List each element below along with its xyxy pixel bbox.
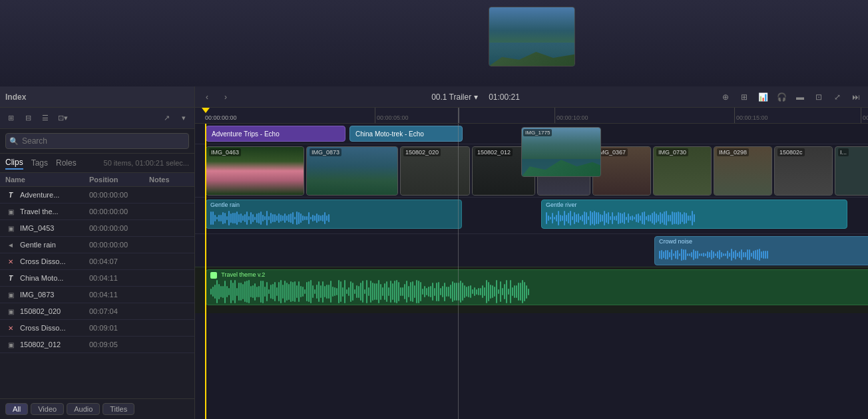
icon-column-view[interactable]: ☰	[39, 112, 52, 125]
video-clip-150802020[interactable]: 150802_020	[400, 146, 470, 196]
wave-bar	[262, 215, 264, 222]
icon-layout-options[interactable]: ⊡▾	[56, 112, 69, 125]
list-item[interactable]: ▣ Travel the... 00:00:00:00	[0, 204, 194, 220]
wave-bar	[679, 253, 680, 255]
music-wave-bar	[312, 285, 314, 298]
list-item[interactable]: ▣ IMG_0453 00:00:00:00	[0, 220, 194, 237]
tab-tags[interactable]: Tags	[31, 157, 48, 169]
video-clip-i[interactable]: I...	[835, 146, 868, 196]
clip-position: 00:00:00:00	[89, 208, 149, 215]
nav-right-icon[interactable]: ›	[219, 90, 232, 104]
music-wave-bar	[506, 280, 507, 303]
video-clip-img0367[interactable]: IMG_0367	[592, 146, 651, 196]
list-item[interactable]: ◄ Gentle rain 00:00:00:00	[0, 237, 194, 253]
wave-bar	[689, 253, 690, 257]
list-item[interactable]: ▣ IMG_0873 00:04:11	[0, 287, 194, 303]
icon-grid-view[interactable]: ⊟	[21, 112, 35, 125]
add-clip-icon[interactable]: ⊕	[719, 90, 732, 104]
wave-bar	[220, 215, 222, 221]
music-wave-bar	[304, 289, 306, 294]
filter-audio[interactable]: Audio	[67, 403, 100, 415]
tab-clips[interactable]: Clips	[5, 156, 23, 170]
wave-bar	[550, 217, 551, 219]
search-input[interactable]	[5, 133, 189, 149]
wave-bar	[661, 250, 662, 259]
wave-bar	[677, 250, 678, 259]
music-wave-bar	[498, 289, 499, 294]
music-wave-bar	[316, 285, 318, 299]
clip-appear-icon[interactable]: ▬	[793, 90, 807, 104]
wave-bar	[747, 249, 748, 260]
trim-icon[interactable]: ⊞	[738, 90, 751, 104]
wave-bar	[671, 249, 672, 259]
audio-clip-gentle-river[interactable]: Gentle river	[541, 200, 847, 229]
list-item[interactable]: ▣ 150802_020 00:07:04	[0, 303, 194, 320]
audio-label: Gentle rain	[210, 202, 457, 208]
title-clip-label: Adventure Trips - Echo	[212, 130, 280, 138]
music-wave-bar	[350, 281, 351, 302]
music-wave-bar	[342, 287, 343, 297]
music-wave-bar	[348, 287, 349, 296]
video-clip-img0298[interactable]: IMG_0298	[714, 146, 772, 196]
list-item[interactable]: ▣ 150802_012 00:09:05	[0, 337, 194, 353]
list-item[interactable]: ✕ Cross Disso... 00:04:07	[0, 253, 194, 270]
wave-bar	[598, 212, 599, 223]
music-wave-bar	[522, 280, 523, 303]
icon-select[interactable]: ↗	[160, 112, 173, 125]
wave-bar	[286, 215, 288, 220]
list-item[interactable]: T Adventure... 00:00:00:00	[0, 187, 194, 204]
wave-bar	[685, 249, 686, 260]
icon-more[interactable]: ▾	[177, 112, 190, 125]
video-clip-img0873[interactable]: IMG_0873	[306, 146, 398, 196]
audio-meter-icon[interactable]: 📊	[756, 90, 769, 104]
filter-titles[interactable]: Titles	[103, 403, 134, 415]
music-wave-bar	[336, 288, 337, 295]
music-wave-bar	[270, 285, 272, 299]
skip-end-icon[interactable]: ⏭	[849, 90, 863, 104]
music-wave-bar	[370, 281, 371, 302]
wave-bar	[713, 251, 714, 258]
clip-name: Cross Disso...	[20, 324, 89, 332]
list-item[interactable]: ✕ Cross Disso... 00:09:01	[0, 320, 194, 337]
preview-area	[0, 0, 868, 86]
wave-bar	[604, 211, 605, 225]
filter-video[interactable]: Video	[31, 403, 64, 415]
list-item[interactable]: T China Moto... 00:04:11	[0, 270, 194, 287]
music-wave-bar	[490, 285, 491, 299]
music-wave-bar	[414, 285, 415, 298]
timeline-title-dropdown[interactable]: ▾	[474, 92, 478, 102]
icon-list-view[interactable]: ⊞	[4, 112, 17, 125]
video-clip-img0730[interactable]: IMG_0730	[653, 146, 712, 196]
wave-bar	[682, 214, 683, 223]
monitor-icon[interactable]: ⊡	[812, 90, 825, 104]
yellow-playhead	[205, 124, 206, 419]
music-label: Travel theme v.2	[210, 271, 868, 279]
music-wave-bar	[510, 280, 511, 303]
wave-bar	[318, 215, 320, 221]
ruler-mark-2: 00:00:10:00	[554, 108, 588, 123]
title-clip-adventure[interactable]: Adventure Trips - Echo	[206, 126, 345, 142]
nav-left-icon[interactable]: ‹	[200, 90, 214, 104]
tab-roles[interactable]: Roles	[56, 157, 77, 169]
wave-bar	[588, 216, 589, 220]
filter-all[interactable]: All	[5, 403, 28, 415]
wave-bar	[292, 212, 294, 223]
audio-clip-gentle-rain[interactable]: Gentle rain	[206, 200, 462, 229]
film-icon: ▣	[5, 289, 16, 300]
music-wave-bar	[238, 283, 240, 301]
video-clip-150802c[interactable]: 150802c	[774, 146, 833, 196]
headphone-icon[interactable]: 🎧	[775, 90, 788, 104]
clips-toolbar: ⊞ ⊟ ☰ ⊡▾ ↗ ▾	[0, 108, 194, 129]
fullscreen-icon[interactable]: ⤢	[831, 90, 844, 104]
audio-clip-crowd[interactable]: Crowd noise	[654, 236, 868, 265]
wave-bar	[554, 217, 555, 220]
title-clip-china[interactable]: China Moto-trek - Echo	[349, 126, 463, 142]
index-button[interactable]: Index	[0, 86, 194, 108]
wave-bar	[226, 216, 228, 219]
music-wave-bar	[396, 280, 397, 303]
wave-bar	[749, 249, 750, 260]
music-wave-bar	[402, 287, 403, 296]
music-clip-travel-theme[interactable]: Travel theme v.2	[206, 269, 868, 305]
video-clip-img0463[interactable]: IMG_0463	[206, 146, 304, 196]
wave-bar	[594, 211, 595, 225]
